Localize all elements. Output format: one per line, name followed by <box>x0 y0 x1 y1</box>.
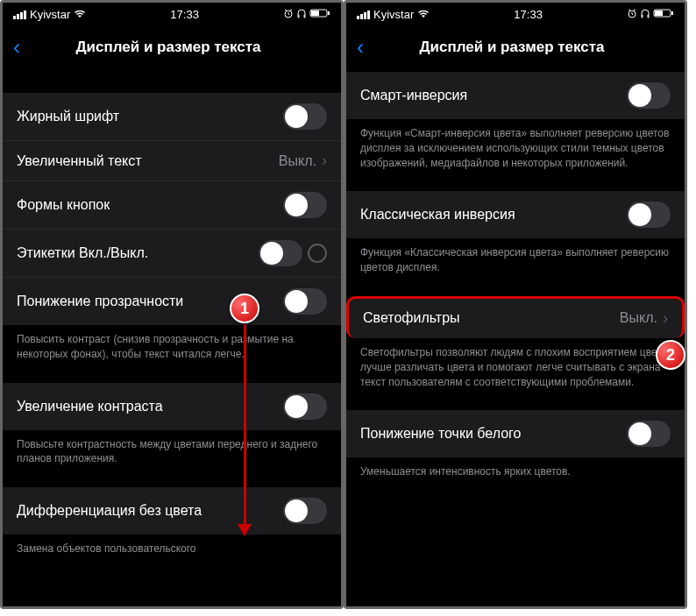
row-classic-invert[interactable]: Классическая инверсия <box>346 191 685 238</box>
toggle-differentiate[interactable] <box>283 498 327 524</box>
toggle-bold-text[interactable] <box>283 103 327 130</box>
toggle-button-shapes[interactable] <box>283 192 327 218</box>
row-bold-text[interactable]: Жирный шрифт <box>3 93 341 141</box>
wifi-icon <box>74 8 86 21</box>
footer-color-filters: Светофильтры позволяют людям с плохим во… <box>346 338 685 396</box>
row-color-filters[interactable]: Светофильтры Выкл. › <box>346 296 685 338</box>
row-label: Жирный шрифт <box>17 109 283 124</box>
row-value: Выкл. <box>279 153 316 169</box>
svg-rect-7 <box>671 11 673 15</box>
annotation-marker-1: 1 <box>230 294 259 323</box>
row-label: Светофильтры <box>363 310 620 326</box>
row-reduce-transparency[interactable]: Понижение прозрачности <box>3 278 341 325</box>
phone-screen-left: Kyivstar 17:33 ‹ Дисплей и размер текста… <box>0 0 344 609</box>
toggle-reduce-transparency[interactable] <box>283 288 327 315</box>
row-label: Формы кнопок <box>17 197 283 213</box>
battery-icon <box>653 8 674 21</box>
footer-classic-invert: Функция «Классическая инверсия цвета» вы… <box>346 238 685 282</box>
row-reduce-white[interactable]: Понижение точки белого <box>346 410 685 457</box>
row-label: Классическая инверсия <box>360 207 627 223</box>
chevron-right-icon: › <box>663 309 668 328</box>
row-button-shapes[interactable]: Формы кнопок <box>3 181 341 230</box>
annotation-arrow <box>244 324 246 526</box>
row-increase-contrast[interactable]: Увеличение контраста <box>3 383 341 430</box>
signal-icon <box>13 11 26 19</box>
signal-icon <box>357 11 370 19</box>
phone-screen-right: Kyivstar 17:33 ‹ Дисплей и размер текста… <box>344 0 687 609</box>
svg-rect-2 <box>311 11 319 16</box>
page-title: Дисплей и размер текста <box>27 39 309 56</box>
row-smart-invert[interactable]: Смарт-инверсия <box>346 72 685 119</box>
svg-rect-3 <box>328 11 330 15</box>
row-onoff-labels[interactable]: Этикетки Вкл./Выкл. <box>3 230 341 278</box>
row-label: Смарт-инверсия <box>360 88 627 103</box>
back-button[interactable]: ‹ <box>357 35 364 60</box>
chevron-right-icon: › <box>322 152 327 170</box>
footer-reduce-white: Уменьшается интенсивность ярких цветов. <box>346 457 685 486</box>
status-bar: Kyivstar 17:33 <box>346 3 685 26</box>
alarm-icon <box>283 8 294 21</box>
toggle-increase-contrast[interactable] <box>283 393 327 420</box>
toggle-smart-invert[interactable] <box>627 82 671 109</box>
svg-rect-6 <box>655 11 663 16</box>
toggle-onoff-labels[interactable] <box>259 240 302 266</box>
status-time: 17:33 <box>514 8 543 21</box>
headphone-icon <box>640 8 650 21</box>
alarm-icon <box>627 8 637 21</box>
battery-icon <box>309 8 330 21</box>
back-button[interactable]: ‹ <box>13 35 20 60</box>
carrier-label: Kyivstar <box>373 8 414 21</box>
onoff-indicator-icon <box>308 244 327 263</box>
footer-reduce-transparency: Повысить контраст (снизив прозрачность и… <box>3 325 341 369</box>
annotation-marker-2: 2 <box>656 340 685 370</box>
headphone-icon <box>296 8 307 21</box>
row-differentiate[interactable]: Дифференциация без цвета <box>3 487 341 535</box>
toggle-classic-invert[interactable] <box>627 202 671 228</box>
nav-header: ‹ Дисплей и размер текста <box>346 26 685 68</box>
status-bar: Kyivstar 17:33 <box>3 3 341 26</box>
footer-increase-contrast: Повысьте контрастность между цветами пер… <box>3 430 341 474</box>
row-larger-text[interactable]: Увеличенный текст Выкл. › <box>3 141 341 181</box>
row-label: Увеличенный текст <box>17 153 279 169</box>
toggle-reduce-white[interactable] <box>627 421 671 447</box>
status-time: 17:33 <box>170 8 199 21</box>
carrier-label: Kyivstar <box>30 8 70 21</box>
footer-smart-invert: Функция «Смарт-инверсия цвета» выполняет… <box>346 119 685 177</box>
row-label: Понижение точки белого <box>360 426 627 442</box>
row-value: Выкл. <box>620 310 657 326</box>
annotation-arrow-head <box>238 524 252 536</box>
page-title: Дисплей и размер текста <box>371 39 653 56</box>
wifi-icon <box>417 8 430 21</box>
footer-differentiate: Замена объектов пользовательского <box>3 535 341 563</box>
nav-header: ‹ Дисплей и размер текста <box>3 26 341 68</box>
row-label: Этикетки Вкл./Выкл. <box>17 245 259 261</box>
